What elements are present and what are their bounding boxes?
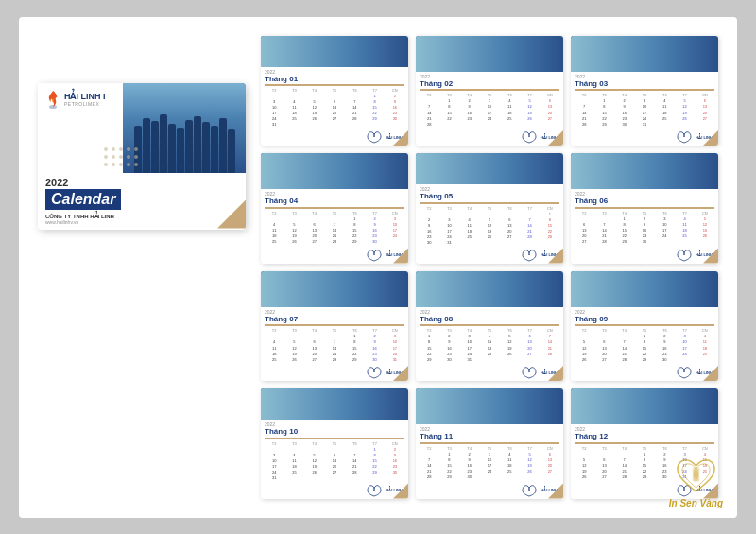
- empty-day: [594, 334, 613, 338]
- day-number: 19: [284, 352, 303, 356]
- day-number: 24: [480, 116, 499, 121]
- cal-body: T2T3T4T5T6T7CN12345678910111213141516171…: [261, 86, 408, 129]
- day-header: T4: [305, 328, 324, 333]
- footer-logo-icon: [365, 366, 384, 379]
- day-number: 28: [541, 352, 559, 356]
- cover-top: HẢI LINH I PETROLIMEX: [38, 83, 246, 173]
- day-header: T5: [480, 206, 499, 211]
- day-number: 7: [615, 339, 634, 344]
- cal-body: T2T3T4T5T6T7CN12345678910111213141516171…: [416, 326, 563, 364]
- day-number: 28: [615, 474, 634, 479]
- day-number: 20: [594, 469, 613, 474]
- day-number: 18: [696, 346, 714, 351]
- empty-day: [305, 216, 324, 221]
- day-number: 13: [594, 463, 613, 468]
- day-number: 7: [520, 217, 539, 222]
- person: [168, 124, 176, 173]
- day-number: 11: [500, 104, 519, 109]
- day-number: 22: [541, 229, 559, 233]
- cal-month-label: Tháng 09: [575, 315, 714, 324]
- day-number: 23: [460, 116, 479, 121]
- day-number: 17: [460, 346, 479, 351]
- day-number: 8: [345, 339, 364, 344]
- day-number: 28: [325, 239, 344, 244]
- cal-footer: HẢI LINH I: [416, 247, 563, 264]
- day-number: 17: [480, 111, 499, 115]
- cal-top-photo: [261, 153, 408, 189]
- empty-day: [420, 212, 438, 216]
- empty-day: [345, 94, 364, 98]
- day-header: T2: [265, 88, 284, 93]
- empty-day: [325, 216, 344, 221]
- day-number: 29: [635, 474, 654, 479]
- day-header: T4: [615, 211, 634, 215]
- day-number: 15: [635, 346, 654, 351]
- day-number: 31: [265, 475, 284, 480]
- empty-day: [575, 98, 593, 103]
- day-number: 21: [420, 116, 438, 121]
- day-header: T6: [655, 328, 674, 333]
- day-header: T3: [594, 328, 613, 333]
- day-number: 24: [460, 352, 479, 356]
- empty-day: [500, 212, 519, 216]
- day-header: T3: [594, 211, 613, 215]
- cal-people-bg: [416, 388, 563, 424]
- day-number: 4: [675, 216, 694, 221]
- day-number: 14: [594, 228, 613, 233]
- day-number: 12: [696, 222, 714, 227]
- day-number: 25: [284, 116, 303, 121]
- flame-icon: [45, 91, 60, 110]
- day-number: 30: [439, 357, 458, 362]
- day-number: 13: [541, 104, 559, 109]
- day-number: 13: [325, 105, 344, 110]
- day-number: 27: [520, 352, 539, 356]
- day-number: 26: [480, 234, 499, 239]
- cal-body: T2T3T4T5T6T7CN12345678910111213141516171…: [416, 204, 563, 247]
- day-number: 26: [305, 470, 324, 474]
- cal-top-photo: [416, 271, 563, 307]
- day-number: 29: [345, 357, 364, 362]
- day-header: CN: [541, 328, 559, 333]
- footer-logo-icon: [520, 484, 539, 497]
- day-header: T2: [265, 211, 284, 215]
- day-header: T6: [655, 211, 674, 215]
- day-number: 18: [284, 464, 303, 469]
- cal-header: 2022 Tháng 08: [416, 307, 563, 325]
- cal-body: T2T3T4T5T6T7CN12345678910111213141516171…: [571, 326, 718, 364]
- day-number: 4: [500, 98, 519, 103]
- day-number: 15: [594, 111, 613, 115]
- day-header: CN: [386, 211, 404, 215]
- day-number: 4: [655, 98, 674, 103]
- cal-top-photo: [416, 153, 563, 184]
- empty-day: [284, 447, 303, 452]
- day-number: 4: [284, 453, 303, 457]
- person: [219, 118, 227, 173]
- cal-top-photo: [261, 388, 408, 420]
- cal-month-label: Tháng 12: [575, 432, 714, 441]
- day-number: 22: [635, 469, 654, 474]
- cal-body: T2T3T4T5T6T7CN12345678910111213141516171…: [571, 91, 718, 129]
- empty-day: [325, 447, 344, 452]
- empty-day: [520, 212, 539, 216]
- day-header: T6: [500, 206, 519, 211]
- day-header: T2: [420, 93, 438, 97]
- day-number: 30: [386, 470, 404, 474]
- cal-people-bg: [416, 36, 563, 72]
- cal-people-bg: [571, 36, 718, 72]
- day-number: 4: [696, 334, 714, 338]
- day-number: 11: [265, 228, 284, 233]
- day-number: 1: [439, 98, 458, 103]
- day-number: 14: [615, 346, 634, 351]
- day-number: 19: [675, 111, 694, 115]
- day-number: 15: [420, 346, 438, 351]
- day-number: 30: [365, 239, 384, 244]
- day-number: 10: [635, 104, 654, 109]
- cal-footer: HẢI LINH I: [261, 129, 408, 146]
- day-header: T4: [615, 328, 634, 333]
- cal-header: 2022 Tháng 09: [571, 307, 718, 325]
- day-number: 13: [325, 458, 344, 463]
- day-number: 19: [696, 228, 714, 233]
- day-number: 19: [305, 111, 324, 115]
- day-number: 21: [325, 233, 344, 238]
- day-number: 13: [541, 457, 559, 462]
